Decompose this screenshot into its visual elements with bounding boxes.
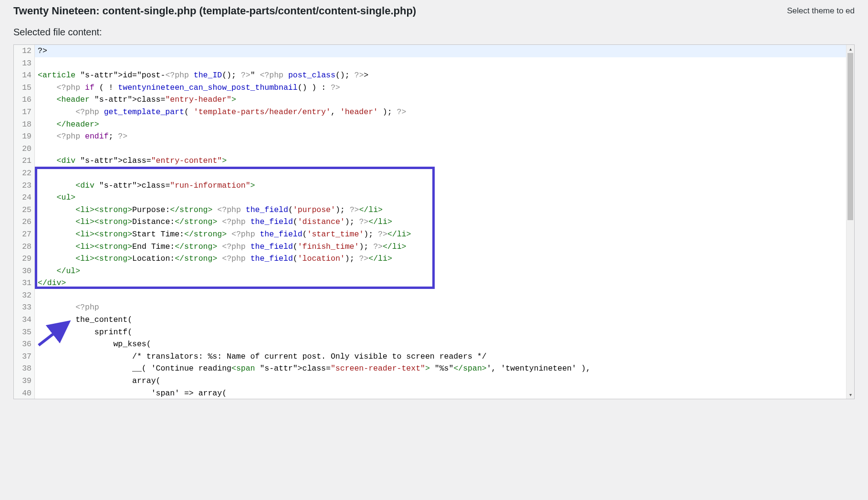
code-line[interactable]: <li><strong>Purpose:</strong> <?php the_… <box>38 204 846 216</box>
code-line[interactable]: <article "s-attr">id="post-<?php the_ID(… <box>38 69 846 82</box>
line-number: 39 <box>14 375 34 387</box>
code-line[interactable] <box>38 289 846 302</box>
code-line[interactable]: <li><strong>Distance:</strong> <?php the… <box>38 216 846 228</box>
code-line[interactable]: </header> <box>38 118 846 131</box>
scrollbar-thumb[interactable] <box>847 53 853 220</box>
code-line[interactable]: the_content( <box>38 314 846 326</box>
line-number: 30 <box>14 265 34 277</box>
line-number: 13 <box>14 57 34 70</box>
line-number: 16 <box>14 94 34 106</box>
line-number: 27 <box>14 228 34 241</box>
line-number: 18 <box>14 118 34 131</box>
line-number: 23 <box>14 180 34 192</box>
scroll-up-button[interactable]: ▴ <box>847 45 854 53</box>
line-number: 24 <box>14 191 34 204</box>
line-number: 25 <box>14 204 34 216</box>
code-line[interactable]: <div "s-attr">class="entry-content"> <box>38 155 846 167</box>
select-theme-label: Select theme to ed <box>787 6 855 16</box>
code-content[interactable]: ?> <article "s-attr">id="post-<?php the_… <box>35 45 846 399</box>
line-number: 15 <box>14 82 34 94</box>
code-line[interactable]: <li><strong>Start Time:</strong> <?php t… <box>38 228 846 241</box>
scroll-down-button[interactable]: ▾ <box>847 391 854 399</box>
code-editor[interactable]: 1213141516171819202122232425262728293031… <box>13 44 855 399</box>
line-number: 35 <box>14 326 34 339</box>
code-line[interactable]: 'span' => array( <box>38 387 846 399</box>
code-line[interactable]: <li><strong>Location:</strong> <?php the… <box>38 253 846 265</box>
selected-file-label: Selected file content: <box>0 17 868 44</box>
code-line[interactable]: <div "s-attr">class="run-information"> <box>38 180 846 192</box>
line-number: 37 <box>14 351 34 363</box>
code-line[interactable]: wp_kses( <box>38 338 846 351</box>
page-header: Twenty Nineteen: content-single.php (tem… <box>0 0 868 17</box>
code-line[interactable]: </ul> <box>38 265 846 277</box>
code-line[interactable]: <?php <box>38 301 846 314</box>
code-line[interactable]: <?php if ( ! twentynineteen_can_show_pos… <box>38 82 846 94</box>
line-number: 20 <box>14 143 34 155</box>
line-number-gutter: 1213141516171819202122232425262728293031… <box>14 45 35 399</box>
line-number: 33 <box>14 301 34 314</box>
line-number: 14 <box>14 69 34 82</box>
code-line[interactable] <box>38 167 846 180</box>
line-number: 31 <box>14 277 34 289</box>
line-number: 28 <box>14 241 34 253</box>
code-line[interactable]: <header "s-attr">class="entry-header"> <box>38 94 846 106</box>
code-line[interactable] <box>38 57 846 70</box>
line-number: 32 <box>14 289 34 302</box>
code-line[interactable]: sprintf( <box>38 326 846 339</box>
line-number: 36 <box>14 338 34 351</box>
code-line[interactable]: </div> <box>38 277 846 289</box>
vertical-scrollbar[interactable]: ▴ ▾ <box>846 45 854 399</box>
code-line[interactable] <box>38 143 846 155</box>
line-number: 40 <box>14 387 34 399</box>
code-line[interactable]: <?php endif; ?> <box>38 130 846 143</box>
scrollbar-track[interactable] <box>847 53 854 391</box>
page-title: Twenty Nineteen: content-single.php (tem… <box>13 5 416 17</box>
line-number: 21 <box>14 155 34 167</box>
line-number: 26 <box>14 216 34 228</box>
code-line[interactable]: array( <box>38 375 846 387</box>
code-line[interactable]: <ul> <box>38 191 846 204</box>
line-number: 17 <box>14 106 34 118</box>
code-line[interactable]: <?php get_template_part( 'template-parts… <box>38 106 846 118</box>
line-number: 19 <box>14 130 34 143</box>
code-area[interactable]: ?> <article "s-attr">id="post-<?php the_… <box>35 45 846 399</box>
title-row: Twenty Nineteen: content-single.php (tem… <box>13 5 416 17</box>
code-line[interactable]: <li><strong>End Time:</strong> <?php the… <box>38 241 846 253</box>
code-line[interactable]: __( 'Continue reading<span "s-attr">clas… <box>38 362 846 375</box>
code-line[interactable]: /* translators: %s: Name of current post… <box>38 351 846 363</box>
line-number: 34 <box>14 314 34 326</box>
line-number: 38 <box>14 362 34 375</box>
line-number: 29 <box>14 253 34 265</box>
line-number: 12 <box>14 45 34 57</box>
code-line[interactable]: ?> <box>38 45 846 57</box>
line-number: 22 <box>14 167 34 180</box>
